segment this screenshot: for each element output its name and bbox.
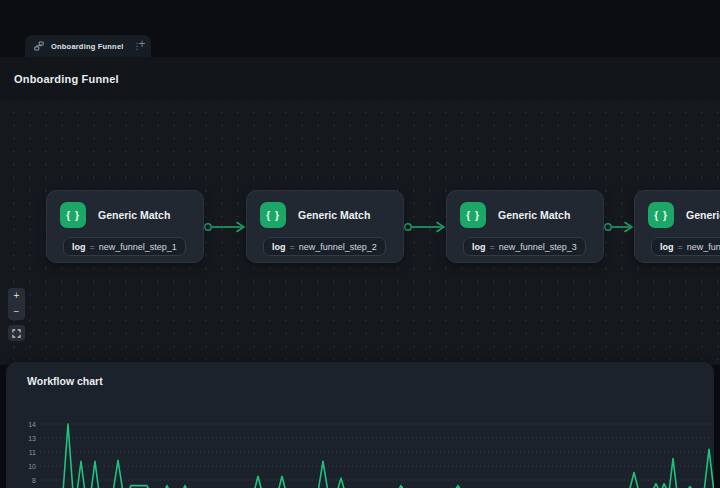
node-header: { }Generic Match [247,191,403,228]
app-window: Onboarding Funnel ⋮ + Onboarding Funnel … [0,0,720,488]
y-axis-tick-label: 11 [29,449,36,456]
y-axis-tick-label: 14 [28,421,36,428]
braces-icon: { } [260,202,286,228]
param-key: log [660,242,674,252]
zoom-out-button[interactable]: − [8,304,25,320]
node-param-badge[interactable]: log=new_funnel_step_1 [63,237,186,256]
edge-connector [405,223,444,232]
node-header: { }Generic Match [47,191,203,228]
y-axis-tick-label: 8 [32,477,36,484]
param-operator: = [290,242,295,252]
workflow-chart-svg: 141311108 [6,362,714,488]
workflow-canvas[interactable]: { }Generic Matchlog=new_funnel_step_1{ }… [0,100,720,365]
param-operator: = [490,242,495,252]
param-value: new_funnel_step_4 [687,242,720,252]
workflow-chart-panel: Workflow chart 141311108 [6,362,714,488]
braces-icon: { } [60,202,86,228]
tab-onboarding-funnel[interactable]: Onboarding Funnel ⋮ [25,35,151,57]
edge-connector [605,223,632,232]
param-value: new_funnel_step_3 [499,242,577,252]
node-param-badge[interactable]: log=new_funnel_step_3 [463,237,586,256]
new-tab-button[interactable]: + [134,38,150,52]
node-title: Generic Match [98,209,170,221]
param-operator: = [90,242,95,252]
node-title: Generic Match [298,209,370,221]
braces-icon: { } [460,202,486,228]
page-header: Onboarding Funnel [0,57,720,100]
braces-icon: { } [648,202,674,228]
tab-bar: Onboarding Funnel ⋮ + [0,0,720,57]
edge-arrowhead-icon [237,223,244,232]
chart-line-series [40,424,714,488]
fit-view-icon [12,329,21,338]
edge-source-handle[interactable] [405,224,411,230]
param-key: log [272,242,286,252]
tab-label: Onboarding Funnel [51,42,124,51]
workflow-node[interactable]: { }Generic Matchlog=new_funnel_step_1 [46,190,204,263]
node-header: { }Generic Match [447,191,603,228]
node-title: Generic Match [498,209,570,221]
y-axis-tick-label: 10 [28,463,36,470]
canvas-zoom-controls: + − [8,288,25,341]
edge-connector [205,223,244,232]
param-value: new_funnel_step_1 [99,242,177,252]
param-value: new_funnel_step_2 [299,242,377,252]
workflow-node[interactable]: { }Generic Matchlog=new_funnel_step_4 [634,190,720,263]
node-param-badge[interactable]: log=new_funnel_step_4 [651,237,720,256]
y-axis-tick-label: 13 [28,435,36,442]
node-param-badge[interactable]: log=new_funnel_step_2 [263,237,386,256]
zoom-in-button[interactable]: + [8,288,25,304]
param-key: log [72,242,86,252]
edge-source-handle[interactable] [205,224,211,230]
page-title: Onboarding Funnel [14,73,119,85]
node-header: { }Generic Match [635,191,720,228]
param-operator: = [678,242,683,252]
edge-arrowhead-icon [437,223,444,232]
workflow-node[interactable]: { }Generic Matchlog=new_funnel_step_3 [446,190,604,263]
node-title: Generic Match [686,209,720,221]
param-key: log [472,242,486,252]
edge-arrowhead-icon [625,223,632,232]
zoom-button-group: + − [8,288,25,320]
edge-source-handle[interactable] [605,224,611,230]
fit-view-button[interactable] [8,325,25,341]
workflow-icon [34,41,44,51]
workflow-node[interactable]: { }Generic Matchlog=new_funnel_step_2 [246,190,404,263]
